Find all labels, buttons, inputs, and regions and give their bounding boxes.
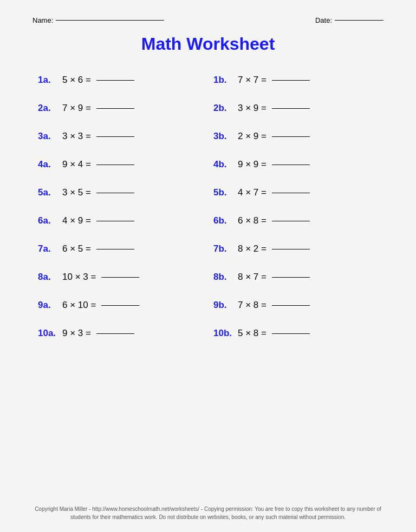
problem-label: 8a. <box>38 272 62 283</box>
problem-label: 5b. <box>213 187 238 198</box>
problem-equation: 7 × 9 = <box>62 103 134 114</box>
problem-row: 6b. 6 × 8 = <box>208 207 384 235</box>
problem-label: 10b. <box>213 328 238 339</box>
problem-row: 5a. 3 × 5 = <box>32 179 208 207</box>
problem-label: 2a. <box>38 103 62 114</box>
date-label: Date: <box>315 16 332 24</box>
problem-equation: 6 × 8 = <box>238 215 310 226</box>
problem-equation: 9 × 3 = <box>62 328 134 339</box>
problem-equation: 4 × 7 = <box>238 187 310 198</box>
name-underline <box>56 20 164 21</box>
problem-equation: 5 × 6 = <box>62 75 134 86</box>
problem-row: 2b. 3 × 9 = <box>208 94 384 122</box>
answer-line <box>96 221 134 221</box>
problem-label: 4a. <box>38 159 62 170</box>
problem-row: 7a. 6 × 5 = <box>32 235 208 263</box>
problem-equation: 9 × 9 = <box>238 159 310 170</box>
answer-line <box>272 108 310 109</box>
answer-line <box>272 165 310 165</box>
problem-label: 3b. <box>213 131 238 142</box>
problem-label: 1b. <box>213 75 238 86</box>
answer-line <box>272 221 310 221</box>
problem-label: 8b. <box>213 272 238 283</box>
answer-line <box>272 136 310 137</box>
answer-line <box>272 277 310 278</box>
footer-text: Copyright Maria Miller - http://www.home… <box>32 505 384 521</box>
answer-line <box>96 108 134 109</box>
problem-label: 9a. <box>38 300 62 311</box>
answer-line <box>272 305 310 306</box>
problem-row: 5b. 4 × 7 = <box>208 179 384 207</box>
problem-row: 6a. 4 × 9 = <box>32 207 208 235</box>
problem-equation: 8 × 7 = <box>238 272 310 283</box>
problem-equation: 7 × 8 = <box>238 300 310 311</box>
problem-equation: 3 × 3 = <box>62 131 134 142</box>
problem-row: 8a. 10 × 3 = <box>32 263 208 291</box>
problem-label: 7a. <box>38 244 62 254</box>
problem-equation: 8 × 2 = <box>238 244 310 254</box>
date-field: Date: <box>315 16 384 24</box>
name-field: Name: <box>32 16 164 24</box>
problem-equation: 2 × 9 = <box>238 131 310 142</box>
problem-label: 1a. <box>38 75 62 86</box>
problem-row: 1a. 5 × 6 = <box>32 66 208 94</box>
answer-line <box>96 136 134 137</box>
page-title: Math Worksheet <box>32 34 384 54</box>
problem-row: 10a. 9 × 3 = <box>32 319 208 347</box>
date-underline <box>335 20 384 21</box>
problem-row: 4b. 9 × 9 = <box>208 150 384 179</box>
problem-label: 2b. <box>213 103 238 114</box>
problem-row: 10b. 5 × 8 = <box>208 319 384 347</box>
problem-label: 3a. <box>38 131 62 142</box>
answer-line <box>272 80 310 81</box>
problem-label: 10a. <box>38 328 62 339</box>
problem-label: 7b. <box>213 244 238 254</box>
problem-row: 2a. 7 × 9 = <box>32 94 208 122</box>
problem-row: 7b. 8 × 2 = <box>208 235 384 263</box>
answer-line <box>272 249 310 249</box>
answer-line <box>96 333 134 334</box>
answer-line <box>96 249 134 249</box>
problem-equation: 10 × 3 = <box>62 272 139 283</box>
problem-equation: 4 × 9 = <box>62 215 134 226</box>
problem-equation: 7 × 7 = <box>238 75 310 86</box>
answer-line <box>272 333 310 334</box>
problem-label: 6a. <box>38 215 62 226</box>
answer-line <box>101 277 139 278</box>
problem-equation: 6 × 5 = <box>62 244 134 254</box>
worksheet: Name: Date: Math Worksheet 1a. 5 × 6 = 1… <box>0 0 416 532</box>
problem-label: 5a. <box>38 187 62 198</box>
answer-line <box>272 193 310 193</box>
problem-row: 9a. 6 × 10 = <box>32 291 208 319</box>
name-label: Name: <box>32 16 53 24</box>
problem-row: 9b. 7 × 8 = <box>208 291 384 319</box>
problem-equation: 6 × 10 = <box>62 300 139 311</box>
header: Name: Date: <box>32 16 384 24</box>
problem-equation: 3 × 5 = <box>62 187 134 198</box>
answer-line <box>101 305 139 306</box>
answer-line <box>96 80 134 81</box>
problem-row: 1b. 7 × 7 = <box>208 66 384 94</box>
answer-line <box>96 165 134 165</box>
problem-row: 3b. 2 × 9 = <box>208 122 384 150</box>
problems-grid: 1a. 5 × 6 = 1b. 7 × 7 = 2a. 7 × 9 = 2b. … <box>32 66 384 347</box>
problem-label: 9b. <box>213 300 238 311</box>
problem-label: 6b. <box>213 215 238 226</box>
problem-equation: 9 × 4 = <box>62 159 134 170</box>
answer-line <box>96 193 134 193</box>
problem-row: 8b. 8 × 7 = <box>208 263 384 291</box>
problem-row: 3a. 3 × 3 = <box>32 122 208 150</box>
problem-row: 4a. 9 × 4 = <box>32 150 208 179</box>
problem-label: 4b. <box>213 159 238 170</box>
problem-equation: 5 × 8 = <box>238 328 310 339</box>
problem-equation: 3 × 9 = <box>238 103 310 114</box>
